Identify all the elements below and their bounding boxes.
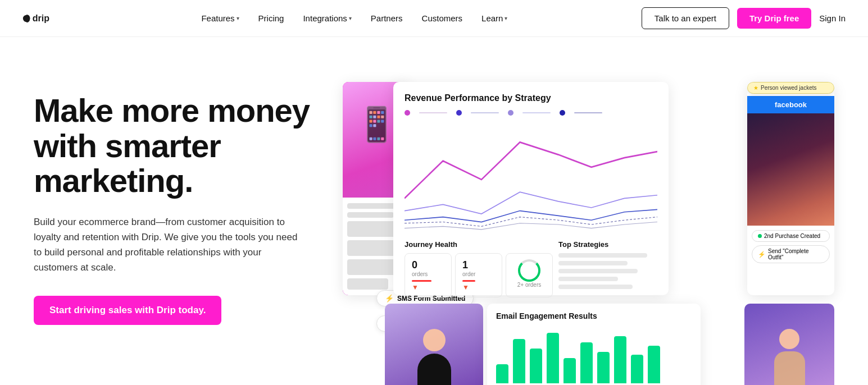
navbar: drip Features ▾ Pricing Integrations ▾ P… <box>0 0 868 37</box>
nav-learn[interactable]: Learn ▾ <box>474 9 515 27</box>
journey-health-section: Journey Health 0 orders ▼ 1 order ▼ <box>405 240 553 297</box>
email-bar <box>614 336 626 383</box>
person-body <box>417 354 451 385</box>
chevron-down-icon: ▾ <box>349 15 352 21</box>
journey-cols: 0 orders ▼ 1 order ▼ <box>405 253 553 297</box>
journey-health-title: Journey Health <box>405 240 553 249</box>
journey-top-row: Journey Health 0 orders ▼ 1 order ▼ <box>405 240 657 297</box>
facebook-action-2: ⚡ Send "Complete Outfit" <box>752 245 830 263</box>
strategy-bar-3 <box>558 269 638 273</box>
zap-icon: ⚡ <box>385 294 394 302</box>
chevron-down-icon: ▾ <box>505 15 507 21</box>
strategy-bar-5 <box>558 285 633 289</box>
journey-col-0: 0 orders ▼ <box>405 253 452 297</box>
top-strategies-title: Top Strategies <box>558 240 657 249</box>
svg-text:drip: drip <box>33 13 49 23</box>
bottom-photo-right <box>744 304 834 385</box>
person-figure-left <box>385 304 483 385</box>
facebook-photo <box>747 113 834 226</box>
email-bar <box>648 346 660 384</box>
chevron-down-icon: ▾ <box>237 15 239 21</box>
nav-links: Features ▾ Pricing Integrations ▾ Partne… <box>193 9 515 27</box>
email-bar <box>631 355 643 383</box>
logo[interactable]: drip <box>22 11 67 26</box>
person-shape-right <box>767 329 812 385</box>
hero-headline: Make more money with smarter marketing. <box>34 93 326 199</box>
journey-label-0: orders <box>412 271 444 277</box>
nav-pricing[interactable]: Pricing <box>251 9 292 27</box>
facebook-actions: 2nd Purchase Created ⚡ Send "Complete Ou… <box>747 226 834 271</box>
email-panel: Email Engagement Results <box>487 304 701 385</box>
nav-customers[interactable]: Customers <box>414 9 471 27</box>
person-shape <box>412 329 457 385</box>
hero-left: Make more money with smarter marketing. … <box>34 71 326 325</box>
legend-dot-3 <box>508 110 513 116</box>
journey-count-1: 1 <box>462 259 495 271</box>
nav-integrations[interactable]: Integrations ▾ <box>295 9 359 27</box>
email-bar <box>597 352 610 383</box>
facebook-header: facebook <box>747 96 834 113</box>
arrow-down-icon-1: ▼ <box>462 283 495 291</box>
nav-features[interactable]: Features ▾ <box>193 9 247 27</box>
facebook-action-1: 2nd Purchase Created <box>752 230 830 242</box>
journey-count-0: 0 <box>412 259 444 271</box>
top-strategies-section: Top Strategies <box>558 240 657 297</box>
legend-dot-4 <box>560 110 565 116</box>
nav-partners[interactable]: Partners <box>363 9 411 27</box>
facebook-panel: ★ Person viewed jackets facebook 2nd Pur… <box>747 82 834 295</box>
legend-line-2 <box>471 112 499 113</box>
strategy-bar-4 <box>558 277 618 281</box>
journey-col-1: 1 order ▼ <box>455 253 502 297</box>
strategies-bars <box>558 253 657 289</box>
journey-col-2: 2+ orders <box>506 253 553 297</box>
legend-dot-1 <box>405 110 410 116</box>
person-head <box>423 329 446 351</box>
revenue-panel-title: Revenue Performance by Strategy <box>405 93 657 103</box>
journey-bar-0 <box>412 280 431 282</box>
email-bar <box>563 358 576 383</box>
journey-label-2: 2+ orders <box>513 282 546 288</box>
talk-to-expert-button[interactable]: Talk to an expert <box>642 7 729 29</box>
strategy-bar-2 <box>558 261 628 265</box>
journey-label-1: order <box>462 271 495 277</box>
email-bar-chart <box>496 327 692 383</box>
legend-line-4 <box>574 112 602 113</box>
sign-in-link[interactable]: Sign In <box>819 13 846 23</box>
revenue-chart-svg <box>405 123 657 236</box>
hero-section: Make more money with smarter marketing. … <box>0 37 868 385</box>
legend-line-1 <box>419 112 447 113</box>
facebook-badge: ★ Person viewed jackets <box>747 82 834 94</box>
email-bar <box>513 339 525 383</box>
person-figure-right <box>744 304 834 385</box>
strategy-bar-1 <box>558 253 647 258</box>
revenue-panel: Revenue Performance by Strategy <box>393 82 669 295</box>
person-body-right <box>774 351 805 385</box>
chart-legend <box>405 110 657 116</box>
hand-icon: 📱 <box>356 104 398 144</box>
arrow-down-icon-0: ▼ <box>412 283 444 291</box>
email-bar <box>530 349 542 383</box>
try-drip-free-button[interactable]: Try Drip free <box>737 8 811 29</box>
nav-actions: Talk to an expert Try Drip free Sign In <box>642 7 846 29</box>
green-dot-icon <box>758 234 762 238</box>
hero-subtext: Build your ecommerce brand—from customer… <box>34 214 298 276</box>
email-bar <box>580 342 593 383</box>
hero-right-illustration: 📱 ⚡ SMS Form Submitted ⚡ Send "Welcome c… <box>348 71 834 385</box>
journey-bar-1 <box>462 280 475 282</box>
donut-chart <box>518 259 540 282</box>
zap-icon: ⚡ <box>758 251 766 258</box>
legend-line-3 <box>522 112 551 113</box>
person-head-right <box>779 329 799 349</box>
star-icon: ★ <box>753 85 758 91</box>
revenue-chart <box>405 123 657 236</box>
legend-dot-2 <box>456 110 462 116</box>
drip-logo-svg: drip <box>22 11 67 26</box>
email-panel-title: Email Engagement Results <box>496 311 692 320</box>
email-bar <box>547 333 559 383</box>
email-bar <box>496 364 508 383</box>
bottom-photo-left <box>385 304 483 385</box>
hero-cta-button[interactable]: Start driving sales with Drip today. <box>34 296 221 325</box>
